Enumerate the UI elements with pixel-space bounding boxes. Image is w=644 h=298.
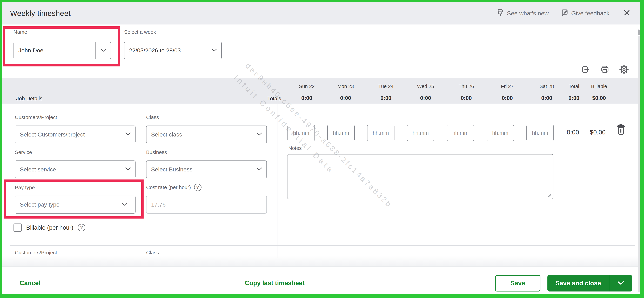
row2-customers-label: Customers/Project xyxy=(15,250,57,255)
select-divider xyxy=(120,161,120,178)
week-select-value: 22/03/2026 to 28/03... xyxy=(124,47,186,54)
question-circle-icon[interactable]: ? xyxy=(194,184,202,191)
time-input-mon[interactable] xyxy=(327,125,355,141)
select-divider xyxy=(120,126,120,143)
notes-label: Notes xyxy=(288,145,302,151)
save-options-dropdown-button[interactable] xyxy=(609,275,632,291)
save-button-label: Save xyxy=(510,280,525,287)
notes-input[interactable] xyxy=(287,154,554,199)
time-input-fri[interactable] xyxy=(486,125,514,141)
scrollbar-arrow-cap[interactable] xyxy=(638,30,640,35)
delete-row-button[interactable] xyxy=(616,124,626,136)
see-whats-new-label: See what's new xyxy=(507,10,549,17)
billable-column: Billable $0.00 xyxy=(582,84,616,101)
scroll-fade xyxy=(2,256,640,266)
time-input-sun[interactable] xyxy=(288,125,315,141)
class-label: Class xyxy=(146,114,159,120)
chevron-down-icon xyxy=(125,167,131,172)
class-select[interactable]: Select class xyxy=(146,125,267,143)
question-circle-icon[interactable]: ? xyxy=(78,224,85,231)
service-label: Service xyxy=(15,149,32,155)
job-details-header: Job Details xyxy=(16,96,42,102)
select-divider xyxy=(251,161,252,178)
billable-checkbox-row: Billable (per hour) ? xyxy=(14,223,85,232)
row-billable-amount: $0.00 xyxy=(582,129,613,136)
settings-button[interactable] xyxy=(620,65,628,75)
billable-checkbox-label: Billable (per hour) xyxy=(26,224,73,231)
paytype-label: Pay type xyxy=(15,185,35,191)
page-title: Weekly timesheet xyxy=(10,9,70,18)
give-feedback-label: Give feedback xyxy=(571,10,610,17)
day-column-wed: Wed 25 0:00 xyxy=(407,84,444,101)
paytype-select-value: Select pay type xyxy=(15,201,60,208)
save-button[interactable]: Save xyxy=(495,275,540,291)
gear-icon xyxy=(620,72,628,75)
service-select-value: Select service xyxy=(15,166,56,173)
scrollbar-thumb[interactable] xyxy=(638,36,640,292)
cancel-button[interactable]: Cancel xyxy=(20,279,40,287)
business-select[interactable]: Select Business xyxy=(146,161,267,178)
day-column-fri: Fri 27 0:00 xyxy=(488,84,526,101)
customers-label: Customers/Project xyxy=(15,114,57,120)
see-whats-new-button[interactable]: See what's new xyxy=(496,9,549,18)
modal-header: Weekly timesheet See what's new xyxy=(2,2,640,25)
printer-icon xyxy=(600,72,610,75)
row2-class-label: Class xyxy=(146,250,159,255)
chevron-down-icon xyxy=(125,132,131,136)
costrate-label: Cost rate (per hour) xyxy=(146,185,191,190)
costrate-input[interactable] xyxy=(146,196,267,214)
save-and-close-split-button: Save and close xyxy=(548,275,632,291)
class-select-value: Select class xyxy=(146,131,182,138)
service-select[interactable]: Select service xyxy=(15,161,136,178)
business-label: Business xyxy=(146,149,167,155)
select-divider xyxy=(95,42,96,59)
select-divider xyxy=(251,126,252,143)
save-and-close-label: Save and close xyxy=(555,280,601,287)
footer-bar xyxy=(2,266,640,294)
close-x-icon xyxy=(623,9,631,18)
chevron-down-icon xyxy=(256,132,262,136)
copy-last-timesheet-button[interactable]: Copy last timesheet xyxy=(239,279,310,287)
pushpin-icon xyxy=(496,9,504,18)
time-input-tue[interactable] xyxy=(367,125,394,141)
chevron-down-icon xyxy=(617,281,624,286)
customers-select-value: Select Customers/project xyxy=(15,131,85,138)
time-input-sat[interactable] xyxy=(526,125,554,141)
print-button[interactable] xyxy=(600,65,610,75)
day-column-sun: Sun 22 0:00 xyxy=(288,84,326,101)
customers-select[interactable]: Select Customers/project xyxy=(15,125,136,143)
column-divider xyxy=(278,104,278,258)
paytype-select[interactable]: Select pay type xyxy=(15,196,136,214)
time-input-wed[interactable] xyxy=(407,125,434,141)
close-button[interactable] xyxy=(623,9,631,18)
export-icon xyxy=(581,72,590,75)
week-select[interactable]: 22/03/2026 to 28/03... xyxy=(124,42,222,59)
screenshot-root: Weekly timesheet See what's new xyxy=(0,0,644,298)
costrate-label-row: Cost rate (per hour) ? xyxy=(146,184,202,191)
day-column-thu: Thu 26 0:00 xyxy=(448,84,485,101)
business-select-value: Select Business xyxy=(146,166,192,173)
week-label: Select a week xyxy=(124,29,156,35)
billable-checkbox[interactable] xyxy=(14,223,22,232)
day-column-tue: Tue 24 0:00 xyxy=(367,84,405,101)
chevron-down-icon xyxy=(211,49,217,53)
day-column-sat: Sat 28 0:00 xyxy=(528,84,566,101)
chevron-down-icon xyxy=(121,203,127,207)
row-divider xyxy=(10,245,635,246)
save-and-close-button[interactable]: Save and close xyxy=(548,275,609,291)
chevron-down-icon xyxy=(256,167,262,172)
name-select[interactable]: John Doe xyxy=(14,42,111,59)
export-button[interactable] xyxy=(581,65,590,75)
totals-label: Totals xyxy=(248,96,281,102)
chevron-down-icon xyxy=(100,49,106,53)
trash-icon xyxy=(616,133,626,136)
name-select-value: John Doe xyxy=(14,47,44,54)
feedback-bubble-icon xyxy=(560,9,568,18)
time-input-thu[interactable] xyxy=(447,125,474,141)
give-feedback-button[interactable]: Give feedback xyxy=(560,9,610,18)
name-label: Name xyxy=(14,29,27,35)
textarea-resize-handle[interactable] xyxy=(547,193,552,198)
day-column-mon: Mon 23 0:00 xyxy=(327,84,364,101)
